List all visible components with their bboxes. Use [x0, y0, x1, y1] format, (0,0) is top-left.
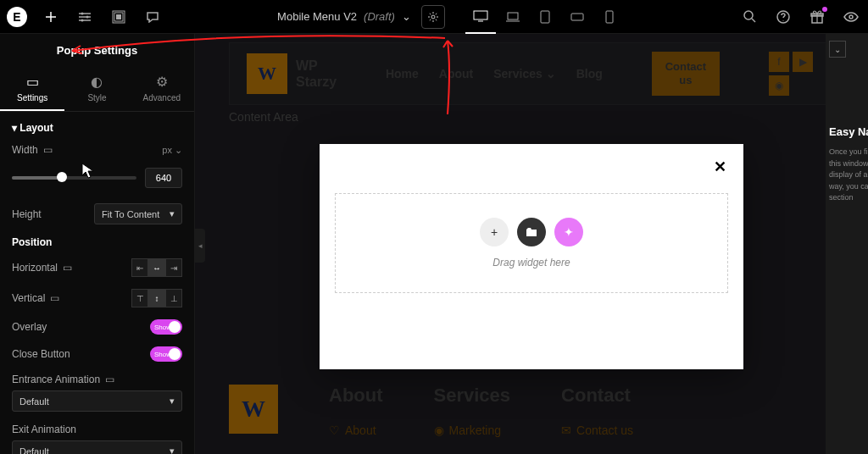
popup-preview[interactable]: ✕ + ✦ Drag widget here [320, 144, 743, 369]
pos-top-button[interactable]: ⊤ [131, 289, 148, 307]
finder-search-button[interactable] [732, 0, 766, 34]
pos-middle-button[interactable]: ↕ [148, 289, 165, 307]
device-mobile-button[interactable] [594, 0, 625, 34]
entrance-label: Entrance Animation [12, 374, 100, 385]
exit-animation-select[interactable]: Default▾ [12, 440, 182, 454]
chevron-down-icon: ▾ [170, 396, 175, 407]
svg-rect-11 [606, 11, 613, 23]
exit-animation-row: Exit Animation [12, 424, 182, 435]
right-panel-text: Once you fi this window display of al wa… [829, 147, 865, 204]
tab-advanced[interactable]: ⚙Advanced [130, 67, 194, 111]
left-sidebar: Popup Settings ▭Settings ◐Style ⚙Advance… [0, 34, 195, 454]
svg-point-12 [744, 11, 753, 19]
layout-section-head[interactable]: ▾ Layout [12, 122, 182, 134]
svg-rect-10 [571, 14, 583, 20]
device-desktop-button[interactable] [465, 0, 496, 34]
sidebar-title: Popup Settings [0, 34, 194, 67]
style-tab-icon: ◐ [64, 74, 129, 90]
device-indicator-icon[interactable]: ▭ [105, 374, 114, 385]
topbar-left: E [0, 0, 170, 33]
sidebar-content: ▾ Layout Width ▭ px ⌄ Height Fit To Cont… [0, 112, 194, 454]
height-select[interactable]: Fit To Content▾ [94, 203, 182, 224]
entrance-animation-select[interactable]: Default▾ [12, 390, 182, 412]
pos-bottom-button[interactable]: ⊥ [165, 289, 182, 307]
device-indicator-icon[interactable]: ▭ [43, 144, 53, 156]
chevron-down-icon: ▾ [170, 446, 175, 454]
tab-style-label: Style [87, 93, 106, 102]
sidebar-collapse-handle[interactable]: ◂ [195, 229, 205, 263]
site-settings-button[interactable] [68, 0, 102, 34]
device-tablet-button[interactable] [530, 0, 560, 34]
svg-rect-8 [508, 13, 518, 19]
doc-status-text: (Draft) [364, 10, 395, 23]
horizontal-position-row: Horizontal ▭ ⇤ ↔ ⇥ [12, 258, 182, 277]
slider-thumb[interactable] [57, 172, 67, 182]
right-panel-collapse-button[interactable]: ⌄ [829, 41, 846, 58]
tab-settings-label: Settings [17, 93, 47, 102]
width-slider[interactable] [12, 176, 136, 180]
close-button-row: Close Button Show [12, 346, 182, 362]
popup-settings-gear-button[interactable] [421, 5, 445, 29]
right-help-panel: ⌄ Easy Na Once you fi this window displa… [826, 34, 868, 454]
svg-rect-5 [116, 14, 121, 19]
structure-button[interactable] [102, 0, 136, 34]
position-section-head: Position [12, 236, 182, 248]
svg-point-16 [849, 15, 853, 19]
topbar-right [732, 0, 868, 34]
overlay-switch[interactable]: Show [150, 319, 182, 335]
overlay-row: Overlay Show [12, 319, 182, 335]
popup-close-button[interactable]: ✕ [714, 158, 726, 176]
overlay-label: Overlay [12, 321, 47, 333]
device-indicator-icon[interactable]: ▭ [63, 262, 72, 274]
main-area: Popup Settings ▭Settings ◐Style ⚙Advance… [0, 34, 868, 454]
device-indicator-icon[interactable]: ▭ [50, 292, 59, 304]
svg-point-6 [431, 15, 435, 19]
entrance-animation-row: Entrance Animation ▭ [12, 374, 182, 385]
preview-button[interactable] [834, 0, 868, 34]
notes-button[interactable] [136, 0, 170, 34]
close-button-label: Close Button [12, 348, 70, 360]
sidebar-tabs: ▭Settings ◐Style ⚙Advanced [0, 67, 194, 112]
svg-point-2 [81, 19, 84, 21]
device-laptop-button[interactable] [498, 0, 528, 34]
responsive-devices [465, 0, 625, 34]
editor-canvas: W WPStarzy Home About Services ⌄ Blog Co… [195, 34, 868, 454]
horizontal-position-buttons: ⇤ ↔ ⇥ [131, 258, 182, 277]
top-bar: E Mobile Menu V2 (Draft) ⌄ [0, 0, 868, 34]
pos-center-button[interactable]: ↔ [148, 258, 165, 277]
svg-point-1 [86, 15, 89, 18]
pos-right-button[interactable]: ⇥ [165, 258, 182, 277]
close-button-switch[interactable]: Show [150, 346, 182, 362]
device-tablet-landscape-button[interactable] [562, 0, 593, 34]
elementor-logo[interactable]: E [7, 7, 27, 27]
doc-name-text: Mobile Menu V2 [277, 10, 357, 23]
advanced-tab-icon: ⚙ [130, 74, 194, 90]
width-control-row: Width ▭ px ⌄ [12, 144, 182, 156]
vertical-position-buttons: ⊤ ↕ ⊥ [131, 289, 182, 307]
svg-rect-7 [474, 11, 487, 19]
width-label: Width [12, 144, 38, 156]
pos-left-button[interactable]: ⇤ [131, 258, 148, 277]
chevron-down-icon: ▾ [170, 208, 175, 219]
width-input[interactable] [145, 168, 182, 188]
right-panel-title: Easy Na [829, 125, 865, 138]
add-element-button[interactable] [34, 0, 68, 34]
whats-new-button[interactable] [800, 0, 834, 34]
horizontal-label: Horizontal [12, 262, 58, 274]
exit-label: Exit Animation [12, 424, 76, 435]
add-widget-button[interactable]: + [480, 218, 509, 246]
drag-hint-text: Drag widget here [492, 257, 570, 269]
vertical-position-row: Vertical ▭ ⊤ ↕ ⊥ [12, 289, 182, 307]
tab-style[interactable]: ◐Style [64, 67, 129, 111]
popup-drop-zone[interactable]: + ✦ Drag widget here [335, 193, 728, 293]
help-button[interactable] [766, 0, 800, 34]
width-slider-row [12, 168, 182, 188]
height-label: Height [12, 208, 42, 220]
ai-button[interactable]: ✦ [554, 218, 583, 246]
document-title[interactable]: Mobile Menu V2 (Draft) ⌄ [277, 10, 411, 23]
tab-advanced-label: Advanced [143, 93, 181, 102]
add-template-button[interactable] [517, 218, 546, 246]
tab-settings[interactable]: ▭Settings [0, 67, 64, 111]
svg-point-0 [81, 12, 84, 14]
width-unit-selector[interactable]: px ⌄ [162, 145, 182, 156]
